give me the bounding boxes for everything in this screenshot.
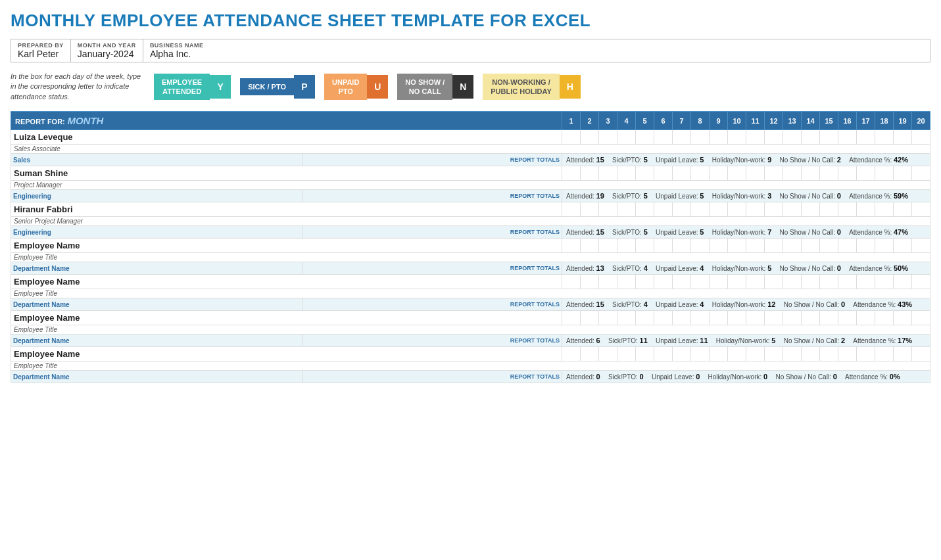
attendance-cell[interactable]: U [802,311,820,325]
employee-name[interactable]: Hiranur Fabbri [11,202,562,217]
attendance-cell[interactable]: Y [894,202,912,217]
attendance-cell[interactable]: P [765,275,783,289]
attendance-cell[interactable]: Y [728,239,746,253]
attendance-cell[interactable]: N [710,347,728,362]
attendance-cell[interactable]: H [838,166,857,181]
attendance-cell[interactable]: U [857,311,875,325]
attendance-cell[interactable]: U [691,202,710,217]
attendance-cell[interactable]: Y [673,347,691,362]
attendance-cell[interactable]: Y [673,311,691,325]
attendance-cell[interactable]: H [746,347,765,362]
attendance-cell[interactable]: Y [894,347,912,362]
attendance-cell[interactable]: P [617,275,636,289]
attendance-cell[interactable]: Y [894,130,912,145]
attendance-cell[interactable]: U [599,166,617,181]
attendance-cell[interactable]: U [617,347,636,362]
attendance-cell[interactable]: Y [912,275,930,289]
attendance-cell[interactable]: U [710,239,728,253]
attendance-cell[interactable]: U [599,347,617,362]
attendance-cell[interactable]: P [765,311,783,325]
department-name[interactable]: Engineering [11,190,303,202]
attendance-cell[interactable]: H [710,275,728,289]
attendance-cell[interactable]: H [820,130,838,145]
attendance-cell[interactable]: U [783,347,802,362]
attendance-cell[interactable]: H [838,130,857,145]
attendance-cell[interactable]: Y [802,130,820,145]
attendance-cell[interactable]: U [617,166,636,181]
attendance-cell[interactable]: U [875,311,894,325]
attendance-cell[interactable]: Y [654,130,673,145]
attendance-cell[interactable]: Y [599,275,617,289]
attendance-cell[interactable]: H [820,166,838,181]
attendance-cell[interactable]: Y [599,130,617,145]
attendance-cell[interactable]: Y [783,166,802,181]
attendance-cell[interactable]: H [728,347,746,362]
attendance-cell[interactable]: Y [673,202,691,217]
attendance-cell[interactable]: P [746,202,765,217]
attendance-cell[interactable]: U [636,347,654,362]
attendance-cell[interactable]: U [857,239,875,253]
department-name[interactable]: Engineering [11,226,303,239]
attendance-cell[interactable]: P [581,202,599,217]
attendance-cell[interactable]: U [710,202,728,217]
attendance-cell[interactable]: N [710,311,728,325]
attendance-cell[interactable]: N [710,130,728,145]
department-name[interactable]: Department Name [11,335,303,347]
attendance-cell[interactable]: Y [617,130,636,145]
attendance-cell[interactable]: Y [894,166,912,181]
attendance-cell[interactable]: Y [673,239,691,253]
attendance-cell[interactable]: Y [673,166,691,181]
attendance-cell[interactable]: Y [765,202,783,217]
attendance-cell[interactable]: Y [581,311,599,325]
employee-name[interactable]: Luiza Leveque [11,130,562,145]
attendance-cell[interactable]: N [691,311,710,325]
month-year-value[interactable]: January-2024 [78,49,136,59]
attendance-cell[interactable]: Y [746,239,765,253]
attendance-cell[interactable]: P [765,239,783,253]
attendance-cell[interactable]: U [691,166,710,181]
attendance-cell[interactable]: Y [746,275,765,289]
attendance-cell[interactable]: Y [673,275,691,289]
attendance-cell[interactable]: H [562,275,581,289]
attendance-cell[interactable]: Y [654,347,673,362]
attendance-cell[interactable]: H [838,275,857,289]
attendance-cell[interactable]: Y [857,202,875,217]
prepared-by-value[interactable]: Karl Peter [18,49,64,59]
attendance-cell[interactable]: Y [673,130,691,145]
attendance-cell[interactable]: U [636,311,654,325]
attendance-cell[interactable]: U [838,347,857,362]
attendance-cell[interactable]: H [820,275,838,289]
attendance-cell[interactable]: Y [581,347,599,362]
attendance-cell[interactable]: P [728,166,746,181]
attendance-cell[interactable]: U [802,239,820,253]
attendance-cell[interactable]: H [746,311,765,325]
attendance-cell[interactable]: U [820,347,838,362]
attendance-cell[interactable]: H [838,202,857,217]
attendance-cell[interactable]: N [691,347,710,362]
attendance-cell[interactable]: Y [783,202,802,217]
attendance-cell[interactable]: U [820,311,838,325]
attendance-cell[interactable]: H [875,275,894,289]
attendance-cell[interactable]: P [746,130,765,145]
attendance-cell[interactable]: P [765,347,783,362]
attendance-cell[interactable]: P [728,202,746,217]
attendance-cell[interactable]: Y [912,347,930,362]
attendance-cell[interactable]: H [562,130,581,145]
attendance-cell[interactable]: U [691,239,710,253]
attendance-cell[interactable]: H [691,275,710,289]
attendance-cell[interactable]: P [562,166,581,181]
attendance-cell[interactable]: H [599,311,617,325]
attendance-cell[interactable]: Y [765,130,783,145]
employee-name[interactable]: Employee Name [11,311,562,325]
attendance-cell[interactable]: H [581,130,599,145]
employee-name[interactable]: Suman Shine [11,166,562,181]
attendance-cell[interactable]: Y [636,166,654,181]
attendance-cell[interactable]: U [617,202,636,217]
department-name[interactable]: Department Name [11,371,303,383]
attendance-cell[interactable]: Y [875,166,894,181]
attendance-cell[interactable]: Y [912,239,930,253]
attendance-cell[interactable]: U [857,347,875,362]
attendance-cell[interactable]: Y [857,166,875,181]
attendance-cell[interactable]: Y [912,202,930,217]
attendance-cell[interactable]: Y [581,275,599,289]
